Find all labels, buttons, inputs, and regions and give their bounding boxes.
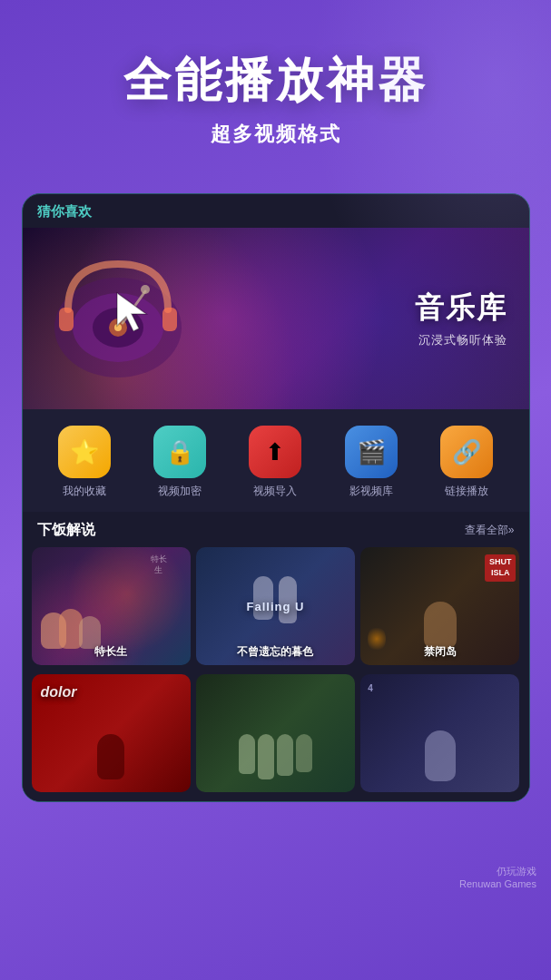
card-tejie[interactable]: 特长生 特长生 bbox=[32, 547, 191, 665]
encrypt-label: 视频加密 bbox=[158, 484, 202, 499]
action-import[interactable]: ⬆ 视频导入 bbox=[249, 426, 301, 499]
favorites-label: 我的收藏 bbox=[63, 484, 106, 499]
shut-badge: SHUTISLA bbox=[485, 554, 517, 581]
card-panel: 猜你喜欢 bbox=[22, 193, 530, 802]
section-more[interactable]: 查看全部» bbox=[465, 523, 515, 538]
card-tejie-label: 特长生 bbox=[32, 644, 191, 660]
svg-rect-7 bbox=[59, 308, 74, 331]
action-favorites[interactable]: ⭐ 我的收藏 bbox=[58, 426, 111, 499]
hero-section: 全能播放神器 超多视频格式 bbox=[0, 0, 551, 175]
hero-subtitle: 超多视频格式 bbox=[27, 121, 524, 148]
lock-icon: 🔒 bbox=[153, 426, 206, 478]
card-woman[interactable]: 4 bbox=[360, 674, 519, 792]
import-label: 视频导入 bbox=[253, 484, 297, 499]
watermark-line1: 仍玩游戏 bbox=[459, 865, 536, 878]
content-grid-row2: dolor bbox=[23, 674, 529, 801]
card-jibi[interactable]: SHUTISLA 禁闭岛 bbox=[360, 547, 519, 665]
watermark: 仍玩游戏 Renuwan Games bbox=[459, 865, 536, 889]
action-library[interactable]: 🎬 影视频库 bbox=[345, 426, 398, 499]
card-dolor[interactable]: dolor bbox=[32, 674, 191, 792]
link-icon: 🔗 bbox=[440, 426, 493, 478]
library-label: 影视频库 bbox=[349, 484, 393, 499]
svg-marker-9 bbox=[117, 293, 146, 331]
falling-u-text: Falling U bbox=[247, 600, 305, 613]
svg-rect-8 bbox=[162, 308, 177, 331]
dolor-text: dolor bbox=[41, 685, 77, 700]
hero-title: 全能播放神器 bbox=[27, 54, 524, 106]
favorites-icon: ⭐ bbox=[58, 426, 111, 478]
action-link[interactable]: 🔗 链接播放 bbox=[440, 426, 493, 499]
watermark-line2: Renuwan Games bbox=[459, 878, 536, 889]
banner-sub-text: 沉浸式畅听体验 bbox=[415, 332, 507, 348]
section-title: 下饭解说 bbox=[37, 521, 95, 540]
link-label: 链接播放 bbox=[445, 484, 488, 499]
recommend-header: 猜你喜欢 bbox=[23, 194, 529, 228]
library-icon: 🎬 bbox=[345, 426, 398, 478]
card-jibi-label: 禁闭岛 bbox=[360, 644, 519, 660]
banner-main-text: 音乐库 bbox=[415, 289, 507, 328]
app-page: 全能播放神器 超多视频格式 猜你喜欢 bbox=[0, 0, 551, 980]
card-falling-label: 不曾遗忘的暮色 bbox=[196, 644, 355, 660]
cursor-icon bbox=[113, 291, 150, 335]
card-group-photo[interactable] bbox=[196, 674, 355, 792]
banner-text-block: 音乐库 沉浸式畅听体验 bbox=[415, 289, 507, 348]
section-row: 下饭解说 查看全部» bbox=[23, 512, 529, 547]
content-grid-row1: 特长生 特长生 Falling U 不曾遗忘的暮色 bbox=[23, 547, 529, 674]
music-banner[interactable]: 音乐库 沉浸式畅听体验 bbox=[23, 228, 529, 409]
card-falling-u[interactable]: Falling U 不曾遗忘的暮色 bbox=[196, 547, 355, 665]
quick-actions-row: ⭐ 我的收藏 🔒 视频加密 ⬆ 视频导入 🎬 影视频库 🔗 链接播放 bbox=[23, 409, 529, 512]
import-icon: ⬆ bbox=[249, 426, 301, 478]
action-encrypt[interactable]: 🔒 视频加密 bbox=[153, 426, 206, 499]
